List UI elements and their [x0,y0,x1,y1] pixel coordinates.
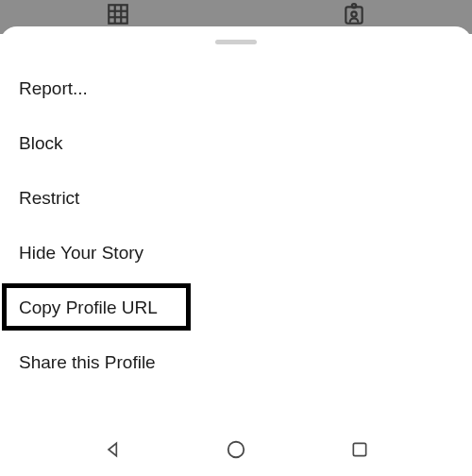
action-sheet: Report... Block Restrict Hide Your Story… [0,26,472,476]
menu-item-label: Share this Profile [19,352,156,372]
menu-item-hide-story[interactable]: Hide Your Story [0,226,472,280]
svg-rect-10 [353,443,365,455]
menu-item-label: Report... [19,78,88,98]
menu-item-copy-url[interactable]: Copy Profile URL [0,280,472,335]
drag-handle[interactable] [215,40,257,44]
menu-item-block[interactable]: Block [0,116,472,171]
svg-rect-0 [109,5,127,24]
system-nav-bar [0,423,472,476]
menu-item-label: Hide Your Story [19,243,143,263]
svg-point-9 [228,442,244,458]
nav-recent-button[interactable] [349,439,370,460]
menu-item-label: Restrict [19,188,79,208]
svg-point-7 [351,11,356,16]
menu-list: Report... Block Restrict Hide Your Story… [0,61,472,390]
menu-item-restrict[interactable]: Restrict [0,171,472,226]
svg-rect-5 [346,7,362,23]
nav-back-button[interactable] [103,439,124,460]
menu-item-share-profile[interactable]: Share this Profile [0,335,472,390]
menu-item-label: Copy Profile URL [19,298,158,317]
menu-item-report[interactable]: Report... [0,61,472,116]
menu-item-label: Block [19,133,62,153]
svg-marker-8 [109,443,116,455]
nav-home-button[interactable] [226,439,246,460]
